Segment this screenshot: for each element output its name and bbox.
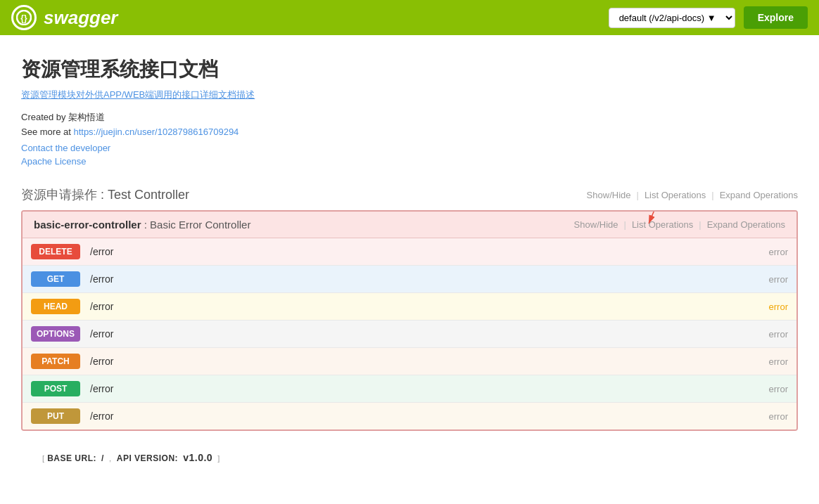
table-row[interactable]: HEAD/errorerror [23,293,796,321]
section-operations: Show/Hide | List Operations | Expand Ope… [587,190,798,200]
apache-license-link[interactable]: Apache License [21,156,798,167]
method-badge-head: HEAD [31,299,80,314]
table-row[interactable]: PATCH/errorerror [23,348,796,375]
app-header: {} swagger default (/v2/api-docs) ▼ Expl… [0,0,819,35]
method-badge-patch: PATCH [31,354,80,369]
endpoint-tag: error [769,274,788,285]
endpoint-path: /error [90,301,762,312]
base-url-value: / [101,453,104,463]
method-badge-post: POST [31,381,80,396]
endpoint-path: /error [90,383,762,394]
endpoint-tag: error [769,411,788,422]
endpoint-path: /error [90,273,762,285]
endpoint-path: /error [90,411,762,422]
controller-operations: Show/Hide | List Operations | Expand Ope… [574,219,785,230]
api-docs-select[interactable]: default (/v2/api-docs) ▼ [609,8,735,28]
method-badge-put: PUT [31,408,80,424]
endpoint-tag: error [769,329,788,340]
swagger-logo-icon: {} [11,5,37,30]
main-content: 资源管理系统接口文档 资源管理模块对外供APP/WEB端调用的接口详细文档描述 … [0,35,819,484]
see-more-text: See more at https://juejin.cn/user/10287… [21,127,798,137]
api-version-value: v1.0.0 [183,452,212,463]
page-subtitle[interactable]: 资源管理模块对外供APP/WEB端调用的接口详细文档描述 [21,89,798,101]
controller-description: : Basic Error Controller [144,219,251,231]
endpoint-path: /error [90,356,762,367]
controller-show-hide-link[interactable]: Show/Hide [574,219,618,230]
section-list-ops-link[interactable]: List Operations [645,190,706,200]
swagger-logo-text: swagger [44,7,118,29]
header-right: default (/v2/api-docs) ▼ Explore [609,6,808,29]
endpoint-tag: error [769,384,788,394]
table-row[interactable]: GET/errorerror [23,266,796,293]
method-badge-delete: DELETE [31,244,80,259]
table-row[interactable]: POST/errorerror [23,375,796,403]
created-by-text: Created by 架构悟道 [21,111,798,124]
api-version-label: API VERSION: [117,453,178,463]
table-row[interactable]: PUT/errorerror [23,403,796,429]
page-title: 资源管理系统接口文档 [21,56,798,83]
endpoint-tag: error [769,247,788,257]
controller-header: basic-error-controller : Basic Error Con… [23,212,796,238]
endpoint-path: /error [90,328,762,340]
explore-button[interactable]: Explore [744,6,808,29]
section-title: 资源申请操作 : Test Controller [21,186,189,203]
base-url-label: BASE URL: [47,453,96,463]
endpoint-tag: error [769,302,788,312]
endpoint-path: /error [90,246,762,257]
controller-name: basic-error-controller [34,219,141,231]
juejin-link[interactable]: https://juejin.cn/user/1028798616709294 [73,127,239,137]
endpoint-tag: error [769,356,788,367]
section-header: 资源申请操作 : Test Controller Show/Hide | Lis… [21,186,798,203]
controller-box: 并非业务代码中主动提供出去的接口 不想使其出现在接口文档中 basic-erro… [21,210,798,431]
method-badge-get: GET [31,271,80,287]
contact-developer-link[interactable]: Contact the developer [21,143,798,153]
logo-area: {} swagger [11,5,118,30]
svg-text:{}: {} [20,13,27,23]
table-row[interactable]: DELETE/errorerror [23,238,796,266]
footer: [ BASE URL: / , API VERSION: v1.0.0 ] [21,445,798,470]
controller-title-area: basic-error-controller : Basic Error Con… [34,219,250,231]
controller-list-ops-link[interactable]: List Operations [632,219,693,230]
endpoints-list: DELETE/errorerrorGET/errorerrorHEAD/erro… [23,238,796,429]
section-show-hide-link[interactable]: Show/Hide [587,190,631,200]
section-expand-ops-link[interactable]: Expand Operations [720,190,798,200]
controller-expand-ops-link[interactable]: Expand Operations [707,219,785,230]
table-row[interactable]: OPTIONS/errorerror [23,321,796,348]
method-badge-options: OPTIONS [31,326,80,342]
